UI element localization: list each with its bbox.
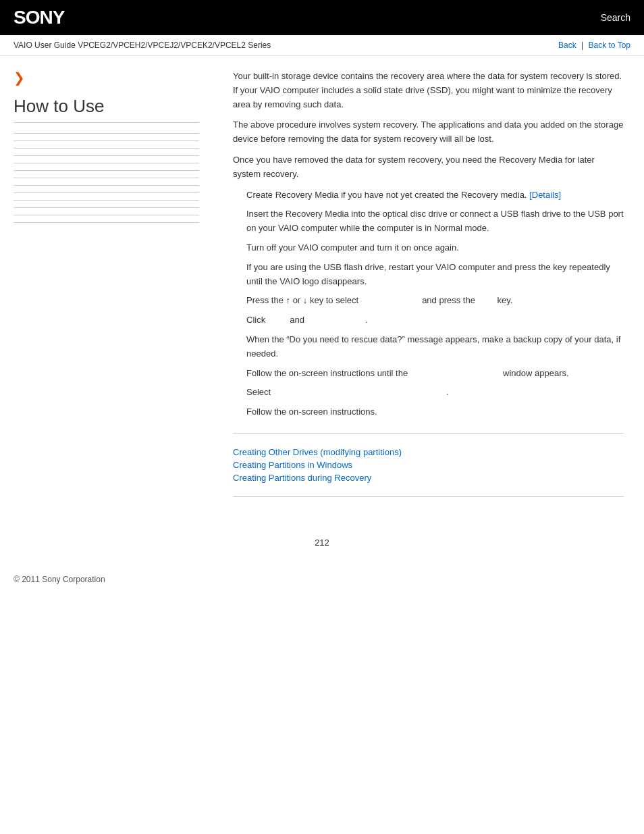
sidebar-divider-7 <box>14 178 199 178</box>
content-divider-1 <box>233 433 624 434</box>
sidebar-divider-10 <box>14 200 199 201</box>
sidebar: ❯ How to Use <box>0 56 213 524</box>
turn-off-text: Turn off your VAIO computer and turn it … <box>246 241 624 255</box>
indented-block-8: Follow the on-screen instructions. <box>246 405 624 419</box>
footer: © 2011 Sony Corporation <box>0 561 644 598</box>
follow-instructions-2: Follow the on-screen instructions. <box>246 405 624 419</box>
indented-block-1: Create Recovery Media if you have not ye… <box>246 188 624 203</box>
back-to-top-link[interactable]: Back to Top <box>589 41 630 50</box>
sidebar-divider-6 <box>14 170 199 171</box>
content-divider-2 <box>233 496 624 497</box>
usb-flash-text: If you are using the USB flash drive, re… <box>246 261 624 289</box>
insert-recovery-text: Insert the Recovery Media into the optic… <box>246 207 624 236</box>
paragraph-3: Once you have removed the data for syste… <box>233 153 624 182</box>
indented-block-3: Turn off your VAIO computer and turn it … <box>246 241 624 288</box>
sidebar-divider-2 <box>14 140 199 141</box>
sidebar-divider-4 <box>14 155 199 156</box>
paragraph-2: The above procedure involves system reco… <box>233 118 624 147</box>
sidebar-divider-13 <box>14 222 199 223</box>
content-area: Your built-in storage device contains th… <box>213 56 644 524</box>
sidebar-title: How to Use <box>14 96 199 123</box>
related-link-1[interactable]: Creating Other Drives (modifying partiti… <box>233 447 624 457</box>
breadcrumb: VAIO User Guide VPCEG2/VPCEH2/VPCEJ2/VPC… <box>14 41 271 50</box>
indented-block-4: Press the ↑ or ↓ key to select and press… <box>246 294 624 308</box>
indented-block-2: Insert the Recovery Media into the optic… <box>246 207 624 236</box>
arrows-placeholder <box>361 295 420 305</box>
separator: | <box>581 41 585 50</box>
sony-logo: SONY <box>14 7 64 28</box>
related-links: Creating Other Drives (modifying partiti… <box>233 447 624 483</box>
sidebar-divider-3 <box>14 148 199 149</box>
main-layout: ❯ How to Use Your built-in storage devic… <box>0 56 644 524</box>
click-text: Click and . <box>246 313 624 328</box>
sidebar-divider-5 <box>14 163 199 163</box>
related-link-2[interactable]: Creating Partitions in Windows <box>233 460 624 470</box>
indented-block-5: Click and . When the “Do you need to res… <box>246 313 624 361</box>
rescue-data-text: When the “Do you need to rescue data?” m… <box>246 333 624 361</box>
sidebar-divider-8 <box>14 185 199 186</box>
paragraph-1: Your built-in storage device contains th… <box>233 70 624 111</box>
select-text: Select . <box>246 386 624 400</box>
breadcrumb-bar: VAIO User Guide VPCEG2/VPCEH2/VPCEJ2/VPC… <box>0 35 644 56</box>
nav-links: Back | Back to Top <box>558 41 630 50</box>
sidebar-divider-1 <box>14 133 199 134</box>
search-button[interactable]: Search <box>601 12 630 23</box>
sidebar-divider-9 <box>14 192 199 193</box>
create-recovery-text: Create Recovery Media if you have not ye… <box>246 188 624 203</box>
follow-instructions-1: Follow the on-screen instructions until … <box>246 367 624 381</box>
header: SONY Search <box>0 0 644 35</box>
details-link[interactable]: [Details] <box>529 190 561 200</box>
sidebar-divider-11 <box>14 207 199 208</box>
sidebar-divider-12 <box>14 215 199 215</box>
indented-block-6: Follow the on-screen instructions until … <box>246 367 624 381</box>
related-link-3[interactable]: Creating Partitions during Recovery <box>233 473 624 483</box>
copyright-text: © 2011 Sony Corporation <box>14 575 105 584</box>
press-key-text: Press the ↑ or ↓ key to select and press… <box>246 294 624 308</box>
back-link[interactable]: Back <box>558 41 576 50</box>
page-number: 212 <box>0 524 644 561</box>
chevron-right-icon: ❯ <box>14 70 199 86</box>
indented-block-7: Select . <box>246 386 624 400</box>
